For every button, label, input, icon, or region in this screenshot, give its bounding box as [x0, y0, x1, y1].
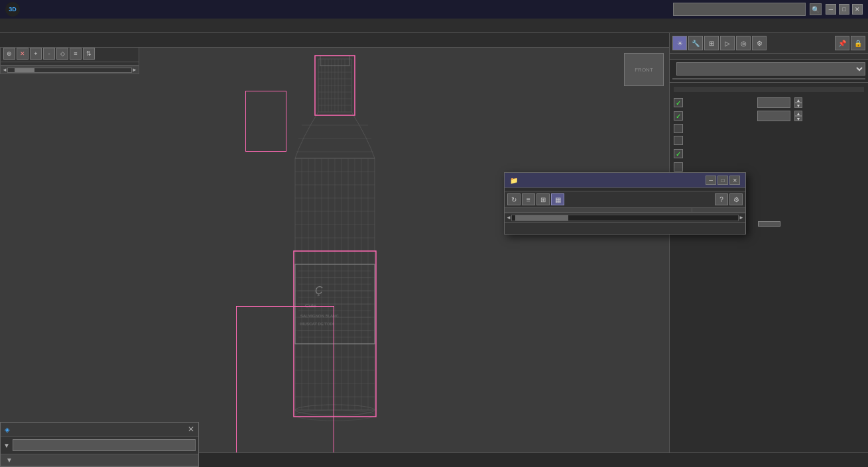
ts-update-button[interactable]	[758, 221, 780, 227]
layers-scrollbar[interactable]: ◄ ►	[1, 66, 139, 74]
layers-select-button[interactable]: ◇	[56, 48, 68, 60]
bottle-view: Ç Cute SAUVIGNON BLANC MUSCAT DE TODI	[0, 48, 669, 467]
material-browser-search-input[interactable]	[13, 439, 196, 451]
ts-isoline-row: ✓	[674, 124, 864, 133]
asset-tracking-icon: 📁	[510, 177, 518, 184]
layers-remove-button[interactable]: -	[43, 48, 55, 60]
ts-explicit-normals-row: ✓	[674, 136, 864, 145]
turbosmooth-area: ✓ ▲ ▼ ✓ ▲ ▼ ✓ ✓ ✓	[670, 83, 868, 467]
collapse-icon[interactable]: ▼	[6, 456, 13, 464]
at-status-column-header	[692, 208, 745, 212]
at-settings-button[interactable]: ⚙	[729, 193, 743, 205]
viewport[interactable]: FRONT	[0, 48, 669, 467]
iterations-up-button[interactable]: ▲	[794, 97, 802, 103]
modifier-list-header	[672, 62, 865, 76]
ts-explicit-normals-checkbox[interactable]: ✓	[674, 136, 683, 145]
at-thumb-button[interactable]: ⊞	[536, 193, 550, 205]
ts-materials-row: ✓	[674, 162, 864, 172]
material-browser-titlebar: ◈ ✕	[1, 423, 198, 437]
rp-motion-icon[interactable]: ▷	[720, 36, 735, 50]
layers-add-button[interactable]: +	[30, 48, 42, 60]
asset-tracking-titlebar: 📁 ─ □ ✕	[505, 173, 745, 188]
asset-tracking-win-controls: ─ □ ✕	[706, 176, 740, 185]
mat-browser-icon: ◈	[5, 426, 10, 433]
rp-lock-icon[interactable]: 🔒	[851, 36, 865, 50]
svg-text:MUSCAT DE TODI: MUSCAT DE TODI	[300, 322, 334, 326]
bottle-wireframe: Ç Cute SAUVIGNON BLANC MUSCAT DE TODI	[262, 52, 408, 463]
layers-delete-button[interactable]: ✕	[17, 48, 29, 60]
at-help-button[interactable]: ?	[715, 193, 728, 205]
material-browser-search-area: ▼	[1, 437, 198, 454]
rp-modifier-icon[interactable]: 🔧	[688, 36, 703, 50]
ts-iterations-row: ✓ ▲ ▼	[674, 97, 864, 108]
asset-tracking-maximize-button[interactable]: □	[717, 176, 728, 185]
iterations-down-button[interactable]: ▼	[794, 103, 802, 108]
titlebar: 3D 🔍 ─ □ ✕	[0, 0, 868, 19]
modifier-list-area	[670, 60, 868, 83]
menu-row	[0, 33, 669, 48]
ts-materials-checkbox[interactable]: ✓	[674, 162, 683, 172]
rp-display-icon[interactable]: ◎	[736, 36, 751, 50]
render-iters-down-button[interactable]: ▼	[794, 116, 802, 121]
search-icon[interactable]: 🔍	[810, 3, 822, 15]
ts-smooth-result-checkbox[interactable]: ✓	[674, 149, 683, 158]
at-refresh-button[interactable]: ↻	[507, 193, 521, 205]
asset-tracking-minimize-button[interactable]: ─	[706, 176, 716, 185]
material-browser-close-button[interactable]: ✕	[188, 425, 194, 434]
scene-materials-header: ▼	[1, 454, 198, 466]
rp-light-icon[interactable]: ☀	[672, 36, 687, 50]
ts-iterations-input[interactable]	[757, 97, 790, 108]
maximize-button[interactable]: □	[839, 4, 849, 15]
rp-hierarchy-icon[interactable]: ⊞	[704, 36, 719, 50]
turbosmooth-header	[674, 87, 864, 92]
right-panel-toolbar: ☀ 🔧 ⊞ ▷ ◎ ⚙ 📌 🔒	[670, 33, 868, 54]
at-detail-button[interactable]: ▦	[551, 193, 564, 205]
layers-option2-button[interactable]: ≡	[70, 48, 82, 60]
svg-text:Ç: Ç	[315, 285, 323, 296]
search-arrow-icon: ▼	[3, 442, 10, 449]
svg-text:Cute: Cute	[305, 303, 316, 309]
svg-text:SAUVIGNON BLANC: SAUVIGNON BLANC	[300, 314, 339, 318]
layers-toolbar: ⊕ ✕ + - ◇ ≡ ⇅	[1, 46, 139, 62]
minimize-button[interactable]: ─	[826, 4, 836, 15]
asset-tracking-title: 📁	[510, 177, 522, 184]
search-input[interactable]	[673, 3, 806, 16]
labels-section-header	[670, 54, 868, 60]
rp-utility-icon[interactable]: ⚙	[752, 36, 767, 50]
menubar	[0, 19, 868, 33]
ts-isoline-checkbox[interactable]: ✓	[674, 124, 683, 133]
ts-smooth-result-row: ✓	[674, 149, 864, 158]
ts-iterations-enable[interactable]: ✓	[674, 98, 683, 107]
layers-option3-button[interactable]: ⇅	[83, 48, 95, 60]
asset-tracking-window: 📁 ─ □ ✕ ↻ ≡ ⊞ ▦ ? ⚙ ◄ ►	[504, 172, 746, 234]
right-panel: ☀ 🔧 ⊞ ▷ ◎ ⚙ 📌 🔒 ✓ ▲ ▼ ✓	[669, 33, 868, 467]
ts-render-iters-row: ✓ ▲ ▼	[674, 111, 864, 121]
ts-render-enable[interactable]: ✓	[674, 111, 683, 121]
asset-tracking-scrollbar[interactable]: ◄ ►	[505, 213, 745, 222]
asset-tracking-toolbar: ↻ ≡ ⊞ ▦ ? ⚙	[505, 191, 745, 208]
asset-tracking-table-header	[505, 208, 745, 213]
render-iters-up-button[interactable]: ▲	[794, 111, 802, 116]
modifiers-list	[672, 78, 865, 79]
layers-new-button[interactable]: ⊕	[3, 48, 15, 60]
at-name-column-header	[505, 208, 692, 212]
close-button[interactable]: ✕	[852, 4, 863, 15]
rp-pin-icon[interactable]: 📌	[835, 36, 849, 50]
app-logo: 3D	[5, 2, 20, 17]
material-browser: ◈ ✕ ▼ ▼	[0, 422, 199, 467]
asset-tracking-close-button[interactable]: ✕	[729, 176, 740, 185]
ts-render-iters-input[interactable]	[757, 111, 790, 121]
asset-tracking-statusbar	[505, 222, 745, 234]
modifier-dropdown[interactable]	[676, 62, 865, 76]
at-list-button[interactable]: ≡	[522, 193, 535, 205]
